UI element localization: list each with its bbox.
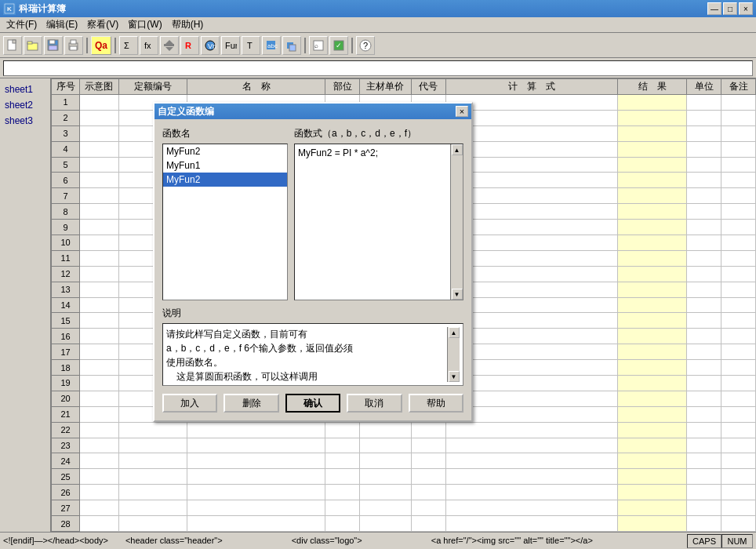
btn-9[interactable]: T [242, 36, 260, 55]
cell[interactable] [80, 204, 118, 220]
cell[interactable] [187, 469, 325, 485]
cell[interactable] [187, 516, 325, 532]
listbox-item-myfun2[interactable]: MyFun2 [163, 173, 287, 187]
cell[interactable] [80, 297, 118, 313]
cell[interactable] [721, 313, 756, 329]
btn-12[interactable]: ⌕ [309, 36, 328, 55]
cell[interactable] [618, 188, 687, 204]
cell[interactable] [80, 485, 118, 500]
cell[interactable] [618, 406, 687, 422]
cell[interactable] [687, 313, 721, 329]
cell[interactable] [687, 344, 721, 360]
cell[interactable] [411, 469, 445, 485]
cell[interactable] [687, 391, 721, 406]
scroll-down-arrow[interactable]: ▼ [452, 289, 463, 300]
cell[interactable] [80, 516, 118, 532]
cell[interactable] [721, 516, 756, 532]
formula-input[interactable] [3, 60, 753, 76]
btn-4[interactable]: fx [140, 36, 158, 55]
help-dialog-button[interactable]: 帮助 [409, 394, 463, 413]
cell[interactable] [721, 422, 756, 438]
cell[interactable] [721, 344, 756, 360]
cell[interactable] [445, 422, 618, 438]
btn-6[interactable]: R [180, 36, 199, 55]
cell[interactable] [80, 313, 118, 329]
cell[interactable] [80, 125, 118, 141]
cell[interactable] [687, 469, 721, 485]
cell[interactable] [80, 173, 118, 188]
cell[interactable] [325, 469, 360, 485]
cell[interactable] [721, 141, 756, 157]
cell[interactable] [359, 438, 411, 453]
new-button[interactable] [3, 36, 22, 55]
cell[interactable] [687, 406, 721, 422]
cell[interactable] [618, 329, 687, 344]
cell[interactable] [618, 391, 687, 406]
cell[interactable] [80, 422, 118, 438]
cell[interactable] [325, 453, 360, 469]
menu-window[interactable]: 窗口(W) [123, 16, 166, 33]
cell[interactable] [721, 406, 756, 422]
cell[interactable] [618, 485, 687, 500]
cell[interactable] [80, 469, 118, 485]
cell[interactable] [721, 157, 756, 173]
cell[interactable] [445, 485, 618, 500]
cell[interactable] [687, 250, 721, 266]
cell[interactable] [118, 500, 187, 516]
cell[interactable] [618, 438, 687, 453]
cell[interactable] [359, 516, 411, 532]
cell[interactable] [618, 204, 687, 220]
menu-file[interactable]: 文件(F) [2, 16, 42, 33]
sheet1-tab[interactable]: sheet1 [0, 82, 50, 97]
cell[interactable] [325, 438, 360, 453]
sheet3-tab[interactable]: sheet3 [0, 113, 50, 129]
cell[interactable] [687, 376, 721, 391]
cell[interactable] [687, 422, 721, 438]
cell[interactable] [118, 438, 187, 453]
cell[interactable] [80, 110, 118, 125]
cell[interactable] [687, 266, 721, 282]
cell[interactable] [687, 360, 721, 376]
cell[interactable] [687, 235, 721, 251]
cell[interactable] [618, 453, 687, 469]
cell[interactable] [618, 422, 687, 438]
cell[interactable] [618, 95, 687, 111]
menu-view[interactable]: 察看(V) [82, 16, 123, 33]
cell[interactable] [325, 500, 360, 516]
btn-5[interactable] [160, 36, 179, 55]
desc-scroll-up[interactable]: ▲ [449, 327, 460, 338]
minimize-button[interactable]: — [707, 2, 721, 15]
cell[interactable] [618, 282, 687, 297]
menu-edit[interactable]: 编辑(E) [42, 16, 82, 33]
cell[interactable] [80, 344, 118, 360]
cell[interactable] [618, 344, 687, 360]
cell[interactable] [721, 110, 756, 125]
cell[interactable] [721, 220, 756, 235]
function-listbox[interactable]: MyFun2 MyFun1 MyFun2 [162, 144, 288, 300]
close-button[interactable]: × [739, 2, 753, 15]
cell[interactable] [80, 453, 118, 469]
cell[interactable] [687, 220, 721, 235]
cell[interactable] [687, 157, 721, 173]
cell[interactable] [721, 438, 756, 453]
cell[interactable] [445, 500, 618, 516]
btn-10[interactable]: abc [262, 36, 281, 55]
cell[interactable] [618, 173, 687, 188]
cell[interactable] [687, 500, 721, 516]
cell[interactable] [721, 391, 756, 406]
sheet2-tab[interactable]: sheet2 [0, 97, 50, 113]
cell[interactable] [618, 360, 687, 376]
cell[interactable] [721, 266, 756, 282]
cell[interactable] [359, 469, 411, 485]
cell[interactable] [687, 188, 721, 204]
save-button[interactable] [44, 36, 63, 55]
cell[interactable] [618, 266, 687, 282]
cell[interactable] [359, 485, 411, 500]
print-button[interactable] [64, 36, 83, 55]
cell[interactable] [721, 282, 756, 297]
delete-button[interactable]: 删除 [224, 394, 278, 413]
cell[interactable] [118, 516, 187, 532]
cell[interactable] [411, 453, 445, 469]
cell[interactable] [721, 500, 756, 516]
cell[interactable] [80, 95, 118, 111]
